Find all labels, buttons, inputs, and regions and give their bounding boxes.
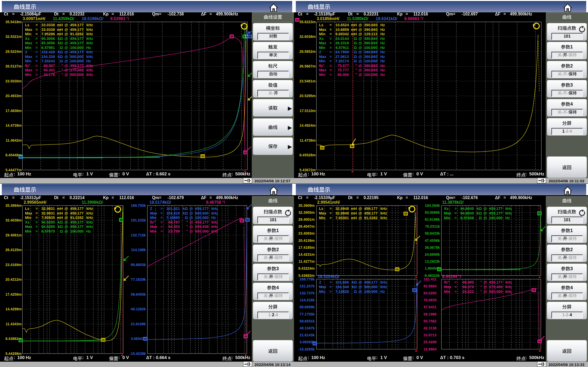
svg-text:m: m	[438, 267, 441, 271]
svg-text:m: m	[19, 338, 22, 342]
svg-text:M: M	[404, 212, 407, 216]
svg-text:m: m	[313, 342, 316, 345]
svg-text:M: M	[413, 288, 416, 292]
svg-text:m: m	[296, 18, 299, 22]
svg-text:m: m	[201, 154, 204, 158]
svg-text:M: M	[240, 219, 243, 223]
svg-text:M: M	[538, 211, 541, 215]
svg-text:m: m	[396, 267, 399, 271]
svg-text:M: M	[246, 218, 249, 222]
svg-text:m: m	[321, 146, 324, 150]
svg-text:m: m	[19, 155, 22, 159]
svg-text:M: M	[532, 288, 535, 292]
svg-text:M: M	[120, 218, 123, 222]
svg-text:m: m	[102, 338, 105, 342]
svg-text:m: m	[144, 337, 147, 341]
svg-text:M: M	[230, 35, 233, 38]
svg-text:M: M	[248, 35, 251, 38]
